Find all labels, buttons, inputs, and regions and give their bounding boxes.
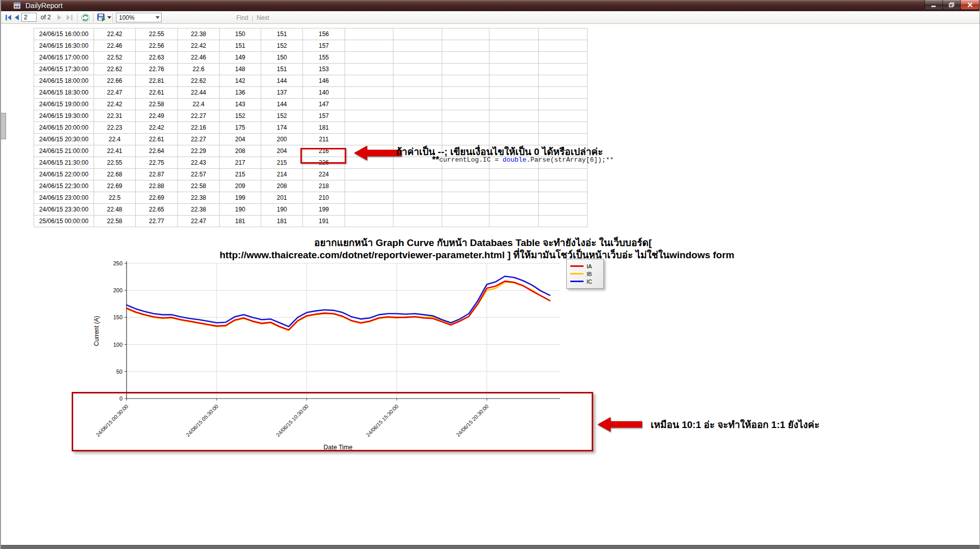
- table-cell: 24/06/15 16:30:00: [34, 40, 94, 52]
- table-cell: 22.48: [94, 204, 136, 216]
- restore-button[interactable]: [942, 0, 961, 10]
- export-button[interactable]: [97, 11, 111, 24]
- legend-item-ia: IA: [570, 263, 603, 269]
- refresh-icon: [81, 13, 90, 22]
- first-page-button[interactable]: [5, 11, 12, 24]
- table-cell: 147: [303, 99, 345, 110]
- code-keyword: double: [503, 156, 527, 164]
- table-cell-empty: [489, 169, 539, 180]
- table-cell: 174: [261, 122, 303, 134]
- table-cell-empty: [442, 28, 489, 40]
- table-cell: 22.47: [178, 216, 220, 227]
- table-cell-empty: [539, 204, 588, 216]
- table-cell: 22.42: [136, 122, 178, 134]
- table-cell: 22.58: [136, 99, 178, 110]
- table-cell: 152: [261, 110, 303, 122]
- window-frame-tab: [1, 113, 6, 139]
- refresh-button[interactable]: [81, 11, 90, 24]
- toolbar-separator: [112, 13, 113, 22]
- table-cell-empty: [489, 99, 539, 110]
- table-cell: 24/06/15 17:30:00: [34, 64, 94, 75]
- table-cell-empty: [345, 204, 393, 216]
- table-cell: 22.4: [94, 134, 136, 145]
- page-number-input[interactable]: [21, 13, 37, 22]
- table-cell: 22.58: [94, 216, 136, 227]
- table-cell: 155: [303, 52, 345, 64]
- table-cell-empty: [539, 28, 588, 40]
- find-next-button[interactable]: Next: [257, 11, 269, 24]
- table-cell: 136: [220, 87, 261, 99]
- table-cell: 22.23: [94, 122, 136, 134]
- minimize-button[interactable]: [925, 0, 943, 10]
- table-cell: 144: [261, 75, 303, 87]
- y-tick-label: 50: [116, 369, 122, 375]
- table-cell: 22.38: [178, 204, 220, 216]
- table-cell: 22.4: [178, 99, 220, 110]
- table-cell-empty: [442, 87, 489, 99]
- table-cell: 22.63: [136, 52, 178, 64]
- table-cell-empty: [393, 204, 442, 216]
- legend-swatch-ib: [570, 273, 584, 274]
- table-cell: 22.62: [94, 64, 136, 75]
- table-cell-empty: [393, 110, 442, 122]
- table-cell: 22.44: [178, 87, 220, 99]
- close-button[interactable]: [960, 0, 979, 10]
- table-cell-empty: [393, 99, 442, 110]
- table-cell-empty: [442, 204, 489, 216]
- table-cell: 215: [220, 169, 261, 180]
- table-cell-empty: [489, 216, 539, 227]
- table-cell: 24/06/15 18:30:00: [34, 87, 94, 99]
- y-tick-label: 250: [113, 260, 122, 266]
- table-cell-empty: [489, 64, 539, 75]
- caption-buttons: [925, 0, 979, 10]
- table-cell-empty: [442, 169, 489, 180]
- application-window: DailyReport of 2: [0, 0, 980, 549]
- table-cell: 204: [220, 134, 261, 145]
- next-page-button[interactable]: [57, 11, 63, 24]
- table-cell: 24/06/15 21:30:00: [34, 157, 94, 169]
- previous-page-button[interactable]: [14, 11, 19, 24]
- table-cell: 22.27: [178, 110, 220, 122]
- find-button[interactable]: Find: [236, 11, 248, 24]
- table-cell: 22.43: [178, 157, 220, 169]
- table-row: 24/06/15 18:30:0022.4722.6122.4413613714…: [34, 87, 588, 99]
- table-cell: 22.56: [136, 40, 178, 52]
- table-cell-empty: [345, 40, 393, 52]
- table-cell-empty: [539, 64, 588, 75]
- table-cell-empty: [539, 122, 588, 134]
- table-cell-empty: [489, 204, 539, 216]
- table-cell: 22.47: [94, 87, 136, 99]
- table-cell: 199: [220, 192, 261, 204]
- restore-icon: [948, 2, 955, 8]
- table-cell: 156: [303, 28, 345, 40]
- zoom-select[interactable]: 100%: [116, 13, 162, 22]
- table-cell: 24/06/15 22:30:00: [34, 180, 94, 192]
- table-cell: 22.87: [136, 169, 178, 180]
- annotation-code-line: **currentLog.IC = double.Parse(strArray[…: [432, 155, 614, 165]
- table-cell-empty: [345, 216, 393, 227]
- table-cell: 22.52: [94, 52, 136, 64]
- table-cell: 143: [220, 99, 261, 110]
- annotation-note3: เหมือน 10:1 อ่ะ จะทำให้ออก 1:1 ยังไงค่ะ: [651, 417, 819, 432]
- table-row: 24/06/15 17:30:0022.6222.7622.6148151153: [34, 64, 588, 75]
- table-cell: 151: [220, 40, 261, 52]
- table-cell-empty: [442, 99, 489, 110]
- table-cell-empty: [489, 75, 539, 87]
- last-page-button[interactable]: [66, 11, 73, 24]
- table-cell: 146: [303, 75, 345, 87]
- table-cell: 22.49: [136, 110, 178, 122]
- table-cell: 190: [261, 204, 303, 216]
- title-bar: DailyReport: [1, 0, 979, 11]
- table-cell: 175: [220, 122, 261, 134]
- table-cell-empty: [539, 110, 588, 122]
- table-cell: 24/06/15 23:30:00: [34, 204, 94, 216]
- table-cell: 24/06/15 20:30:00: [34, 134, 94, 145]
- table-cell: 22.64: [136, 145, 178, 157]
- table-cell-empty: [393, 40, 442, 52]
- table-cell: 199: [303, 204, 345, 216]
- legend-label-ic: IC: [587, 279, 592, 285]
- table-cell-empty: [442, 52, 489, 64]
- table-cell: 22.42: [178, 40, 220, 52]
- export-dropdown-caret[interactable]: [107, 16, 111, 19]
- table-cell: 217: [220, 157, 261, 169]
